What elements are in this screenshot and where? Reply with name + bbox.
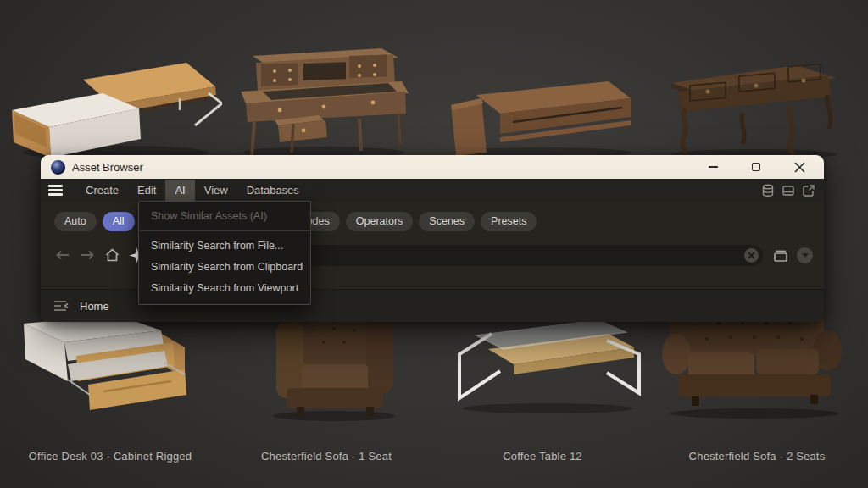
cinema4d-logo-icon — [51, 160, 65, 175]
menu-item-similarity-search-clipboard[interactable]: Similarity Search from Clipboard — [139, 257, 310, 278]
chip-auto[interactable]: Auto — [54, 212, 97, 231]
menu-edit[interactable]: Edit — [128, 180, 165, 201]
menu-item-similarity-search-file[interactable]: Similarity Search from File... — [139, 236, 310, 257]
asset-thumbnail-baroque-desk[interactable] — [661, 54, 844, 159]
asset-thumbnail-sofa[interactable] — [654, 312, 853, 420]
chip-scenes[interactable]: Scenes — [419, 212, 475, 231]
menu-separator — [140, 230, 309, 231]
menu-view[interactable]: View — [195, 180, 237, 201]
sofa-render — [654, 312, 853, 420]
asset-thumbnail-office-cabinet[interactable] — [14, 313, 210, 413]
ai-dropdown-menu: Show Similar Assets (AI) Similarity Sear… — [138, 201, 311, 305]
asset-tray-button[interactable] — [772, 247, 789, 263]
asset-thumbnail-office-desk-top[interactable] — [5, 44, 222, 161]
chip-operators[interactable]: Operators — [346, 212, 414, 231]
asset-label: Chesterfield Sofa - 1 Seat — [225, 450, 428, 463]
sidebar-toggle-icon[interactable] — [53, 300, 70, 312]
panel-layout-icon — [782, 184, 795, 197]
database-icon — [761, 184, 775, 197]
back-button[interactable] — [54, 247, 71, 263]
clear-x-icon — [748, 252, 755, 259]
menu-item-show-similar-assets: Show Similar Assets (AI) — [139, 206, 310, 227]
menu-create[interactable]: Create — [76, 180, 128, 201]
hamburger-menu-icon[interactable] — [48, 185, 63, 195]
walnut-table-render — [441, 69, 643, 158]
menu-ai[interactable]: AI — [165, 180, 194, 201]
back-arrow-icon — [55, 249, 70, 261]
database-button[interactable] — [760, 183, 776, 198]
forward-arrow-icon — [80, 249, 95, 261]
menu-databases[interactable]: Databases — [237, 180, 309, 201]
close-button[interactable] — [793, 161, 805, 173]
panel-layout-button[interactable] — [781, 183, 796, 198]
menu-bar: Create Edit AI View Databases — [41, 179, 824, 202]
chip-all[interactable]: All — [103, 212, 135, 231]
breadcrumb-home[interactable]: Home — [80, 300, 109, 313]
chevron-down-icon — [802, 253, 809, 258]
secretary-desk-render — [231, 41, 415, 159]
menu-item-similarity-search-viewport[interactable]: Similarity Search from Viewport — [139, 278, 310, 299]
home-button[interactable] — [103, 247, 120, 263]
forward-button[interactable] — [79, 247, 96, 263]
pop-out-icon — [802, 184, 815, 197]
armchair-render — [254, 315, 407, 422]
glass-table-render — [439, 315, 643, 415]
asset-label: Chesterfield Sofa - 2 Seats — [655, 450, 859, 463]
home-icon — [104, 247, 120, 263]
maximize-button[interactable] — [750, 161, 762, 173]
minimize-button[interactable] — [707, 161, 719, 173]
office-cabinet-render — [14, 313, 210, 413]
pop-out-button[interactable] — [801, 183, 816, 198]
window-title: Asset Browser — [72, 161, 143, 174]
asset-thumbnail-glass-table[interactable] — [439, 315, 643, 415]
asset-thumbnail-armchair[interactable] — [254, 315, 407, 422]
chip-presets[interactable]: Presets — [481, 212, 537, 231]
close-icon — [794, 162, 805, 173]
asset-label: Office Desk 03 - Cabinet Rigged — [8, 450, 212, 463]
tray-icon — [773, 248, 788, 263]
window-titlebar[interactable]: Asset Browser — [41, 155, 824, 179]
asset-thumbnail-walnut-table[interactable] — [441, 69, 643, 158]
search-options-dropdown-button[interactable] — [797, 247, 813, 263]
asset-label: Coffee Table 12 — [441, 450, 644, 463]
asset-thumbnail-secretary-desk[interactable] — [231, 41, 415, 159]
baroque-desk-render — [661, 54, 844, 159]
office-desk-render — [5, 44, 222, 161]
clear-search-button[interactable] — [744, 248, 759, 263]
